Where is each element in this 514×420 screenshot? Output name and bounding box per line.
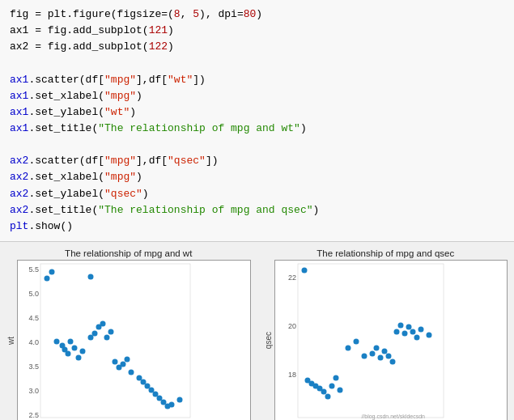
svg-point-34 bbox=[153, 391, 159, 397]
charts-section: The relationship of mpg and wt wt 5.5 5.… bbox=[0, 242, 514, 420]
svg-point-62 bbox=[389, 358, 395, 364]
svg-point-32 bbox=[145, 383, 151, 388]
chart1-ylabel: wt bbox=[6, 337, 15, 345]
svg-point-33 bbox=[149, 387, 155, 392]
svg-rect-43 bbox=[298, 264, 444, 418]
svg-text:20: 20 bbox=[287, 322, 295, 330]
svg-point-55 bbox=[353, 338, 359, 344]
svg-point-52 bbox=[333, 375, 338, 380]
code-section: fig = plt.figure(figsize=(8, 5), dpi=80)… bbox=[0, 0, 514, 242]
svg-point-50 bbox=[325, 393, 330, 399]
chart2-wrapper: The relationship of mpg and qsec qsec 22… bbox=[257, 245, 515, 420]
svg-point-11 bbox=[54, 338, 60, 344]
svg-point-39 bbox=[177, 397, 183, 402]
svg-point-13 bbox=[60, 342, 66, 348]
svg-text:18: 18 bbox=[287, 371, 295, 379]
svg-point-9 bbox=[45, 275, 50, 281]
svg-point-20 bbox=[92, 330, 98, 336]
code-line-7: ax1.set_title("The relationship of mpg a… bbox=[10, 121, 504, 137]
code-line-2: ax1 = fig.add_subplot(121) bbox=[10, 23, 504, 39]
chart1-box: 5.5 5.0 4.5 4.0 3.5 3.0 2.5 bbox=[17, 260, 251, 420]
svg-point-61 bbox=[385, 353, 391, 358]
chart2-box: 22 20 18 bbox=[274, 260, 508, 420]
svg-point-25 bbox=[113, 358, 118, 364]
svg-point-15 bbox=[72, 345, 78, 350]
svg-text:5.5: 5.5 bbox=[28, 265, 39, 274]
code-line-5: ax1.set_xlabel("mpg") bbox=[10, 88, 504, 104]
code-line-6: ax1.set_ylabel("wt") bbox=[10, 104, 504, 121]
svg-point-29 bbox=[129, 369, 134, 375]
svg-rect-7 bbox=[40, 264, 190, 418]
chart1-axes: 5.5 5.0 4.5 4.0 3.5 3.0 2.5 bbox=[18, 261, 250, 420]
code-line-10: ax2.set_ylabel("qsec") bbox=[10, 186, 504, 202]
svg-text:2.5: 2.5 bbox=[28, 411, 39, 419]
code-line-blank2 bbox=[10, 137, 504, 153]
svg-point-36 bbox=[161, 399, 167, 405]
svg-point-59 bbox=[377, 354, 383, 360]
svg-point-22 bbox=[104, 334, 110, 340]
svg-point-69 bbox=[418, 326, 423, 332]
svg-point-70 bbox=[426, 332, 431, 337]
svg-point-65 bbox=[401, 330, 407, 336]
svg-text:3.5: 3.5 bbox=[28, 363, 39, 371]
svg-point-30 bbox=[137, 375, 142, 380]
svg-point-60 bbox=[381, 348, 387, 354]
svg-point-35 bbox=[157, 395, 163, 401]
svg-point-38 bbox=[169, 401, 175, 407]
code-line-11: ax2.set_title("The relationship of mpg a… bbox=[10, 202, 504, 218]
svg-point-19 bbox=[88, 334, 94, 340]
svg-text:5.0: 5.0 bbox=[28, 290, 39, 298]
svg-point-24 bbox=[100, 320, 106, 326]
svg-point-67 bbox=[410, 329, 415, 334]
svg-point-49 bbox=[321, 388, 326, 394]
svg-text:3.0: 3.0 bbox=[28, 387, 39, 395]
code-line-4: ax1.scatter(df["mpg"],df["wt"]) bbox=[10, 72, 504, 88]
svg-text:22: 22 bbox=[287, 274, 295, 282]
code-line-blank1 bbox=[10, 55, 504, 71]
chart2-axes: 22 20 18 bbox=[275, 261, 508, 420]
code-line-9: ax2.set_xlabel("mpg") bbox=[10, 169, 504, 185]
code-line-3: ax2 = fig.add_subplot(122) bbox=[10, 39, 504, 55]
svg-point-68 bbox=[414, 334, 419, 340]
svg-point-66 bbox=[406, 324, 411, 329]
code-line-8: ax2.scatter(df["mpg"],df["qsec"]) bbox=[10, 153, 504, 169]
code-line-1: fig = plt.figure(figsize=(8, 5), dpi=80) bbox=[10, 6, 504, 23]
svg-point-23 bbox=[108, 329, 114, 334]
svg-point-27 bbox=[121, 361, 126, 367]
svg-point-58 bbox=[373, 345, 379, 350]
chart2-title: The relationship of mpg and qsec bbox=[316, 248, 454, 258]
chart1-title: The relationship of mpg and wt bbox=[65, 248, 192, 258]
svg-point-10 bbox=[88, 274, 94, 279]
chart2-with-yaxis: qsec 22 20 18 bbox=[257, 260, 515, 420]
svg-point-63 bbox=[393, 329, 399, 334]
chart1-with-yaxis: wt 5.5 5.0 4.5 4.0 3.5 3.0 2.5 bbox=[0, 260, 257, 420]
svg-point-18 bbox=[80, 348, 86, 354]
svg-point-44 bbox=[301, 267, 307, 273]
svg-point-17 bbox=[68, 338, 74, 344]
svg-point-56 bbox=[361, 353, 367, 358]
svg-text:4.0: 4.0 bbox=[28, 338, 39, 346]
svg-point-51 bbox=[329, 383, 334, 388]
svg-text://blog.csdn.net/skldecsdn: //blog.csdn.net/skldecsdn bbox=[361, 414, 425, 420]
svg-point-57 bbox=[369, 350, 375, 356]
chart2-ylabel: qsec bbox=[264, 332, 273, 349]
svg-point-31 bbox=[141, 379, 147, 384]
svg-point-54 bbox=[345, 345, 350, 350]
svg-point-64 bbox=[397, 322, 403, 328]
svg-point-53 bbox=[337, 387, 342, 392]
svg-point-16 bbox=[76, 354, 82, 360]
chart1-wrapper: The relationship of mpg and wt wt 5.5 5.… bbox=[0, 245, 257, 420]
svg-point-28 bbox=[125, 356, 130, 362]
svg-point-8 bbox=[49, 269, 55, 274]
svg-point-14 bbox=[66, 350, 71, 356]
svg-text:4.5: 4.5 bbox=[28, 314, 39, 322]
code-line-12: plt.show() bbox=[10, 218, 504, 235]
